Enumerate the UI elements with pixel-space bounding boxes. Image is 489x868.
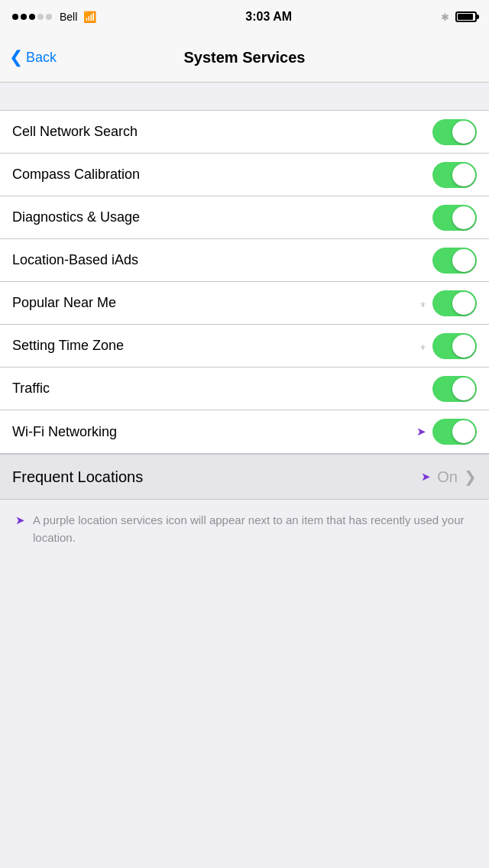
row-popular-near-me: Popular Near Me ⍖ [0, 282, 489, 325]
row-extras-traffic [432, 376, 477, 402]
signal-dot-5 [46, 14, 52, 20]
bluetooth-icon: ✱ [441, 11, 449, 23]
location-arrow-purple-icon-frequent: ➤ [421, 470, 431, 484]
battery-fill [458, 14, 473, 20]
row-label-popular-near-me: Popular Near Me [12, 295, 419, 311]
carrier-label: Bell [60, 11, 77, 23]
location-arrow-purple-icon-wifi: ➤ [416, 425, 426, 439]
row-label-traffic: Traffic [12, 381, 432, 397]
location-arrow-icon-timezone: ⍖ [419, 339, 426, 352]
row-label-location-based-iads: Location-Based iAds [12, 252, 432, 268]
signal-dot-1 [12, 14, 18, 20]
toggle-knob-popular-near-me [452, 292, 475, 315]
settings-list: Cell Network Search Compass Calibration … [0, 110, 489, 454]
row-cell-network-search: Cell Network Search [0, 111, 489, 154]
row-extras-wifi-networking: ➤ [416, 419, 477, 445]
frequent-locations-row[interactable]: Frequent Locations ➤ On ❯ [0, 454, 489, 500]
row-compass-calibration: Compass Calibration [0, 154, 489, 196]
toggle-setting-time-zone[interactable] [432, 333, 477, 359]
toggle-knob-cell-network-search [452, 121, 475, 144]
back-button[interactable]: ❮ Back [9, 50, 57, 66]
toggle-popular-near-me[interactable] [432, 290, 477, 316]
toggle-compass-calibration[interactable] [432, 162, 477, 188]
toggle-location-based-iads[interactable] [432, 248, 477, 274]
row-extras-popular-near-me: ⍖ [419, 290, 477, 316]
row-location-based-iads: Location-Based iAds [0, 239, 489, 282]
back-arrow-icon: ❮ [9, 49, 23, 66]
frequent-locations-status: On [437, 468, 458, 486]
toggle-cell-network-search[interactable] [432, 119, 477, 145]
toggle-knob-compass-calibration [452, 164, 475, 186]
signal-dot-3 [29, 14, 35, 20]
section-spacer [0, 83, 489, 110]
toggle-knob-wifi-networking [452, 420, 475, 443]
row-label-diagnostics-usage: Diagnostics & Usage [12, 209, 432, 225]
footer-text: A purple location services icon will app… [33, 512, 474, 546]
row-extras-diagnostics-usage [432, 205, 477, 231]
status-left: Bell 📶 [12, 11, 96, 23]
row-label-cell-network-search: Cell Network Search [12, 124, 432, 140]
footer-note: ➤ A purple location services icon will a… [0, 500, 489, 559]
toggle-knob-traffic [452, 377, 475, 400]
status-time: 3:03 AM [245, 10, 292, 24]
signal-dot-4 [37, 14, 44, 20]
back-label: Back [26, 50, 57, 66]
row-extras-location-based-iads [432, 248, 477, 274]
status-bar: Bell 📶 3:03 AM ✱ [0, 0, 489, 34]
chevron-right-icon: ❯ [464, 468, 477, 486]
toggle-knob-location-based-iads [452, 249, 475, 272]
row-extras-setting-time-zone: ⍖ [419, 333, 477, 359]
signal-dot-2 [21, 14, 27, 20]
row-label-compass-calibration: Compass Calibration [12, 167, 432, 183]
status-right: ✱ [441, 11, 477, 23]
wifi-icon: 📶 [83, 11, 96, 23]
signal-dots [12, 14, 52, 20]
row-traffic: Traffic [0, 368, 489, 410]
row-diagnostics-usage: Diagnostics & Usage [0, 196, 489, 239]
toggle-knob-setting-time-zone [452, 335, 475, 358]
toggle-traffic[interactable] [432, 376, 477, 402]
toggle-diagnostics-usage[interactable] [432, 205, 477, 231]
location-arrow-icon-popular: ⍖ [419, 296, 426, 309]
row-wifi-networking: Wi-Fi Networking ➤ [0, 410, 489, 453]
row-extras-compass-calibration [432, 162, 477, 188]
nav-bar: ❮ Back System Services [0, 34, 489, 83]
frequent-locations-label: Frequent Locations [12, 468, 421, 486]
footer-location-icon: ➤ [15, 513, 25, 527]
page-title: System Services [183, 49, 305, 66]
row-extras-cell-network-search [432, 119, 477, 145]
frequent-locations-right: ➤ On ❯ [421, 468, 477, 486]
row-label-wifi-networking: Wi-Fi Networking [12, 424, 416, 440]
row-setting-time-zone: Setting Time Zone ⍖ [0, 325, 489, 368]
toggle-wifi-networking[interactable] [432, 419, 477, 445]
row-label-setting-time-zone: Setting Time Zone [12, 338, 419, 354]
toggle-knob-diagnostics-usage [452, 206, 475, 229]
battery-icon [455, 11, 477, 22]
